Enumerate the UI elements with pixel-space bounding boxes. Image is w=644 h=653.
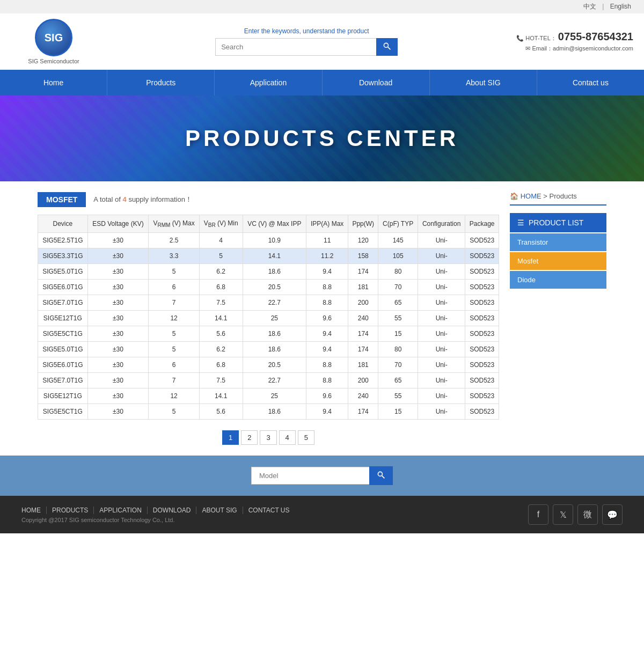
col-esd: ESD Voltage (KV) xyxy=(87,215,149,233)
table-header-row: Device ESD Voltage (KV) VRMM (V) Max VBR… xyxy=(38,215,499,233)
product-list-header: ☰ PRODUCT LIST xyxy=(510,213,606,232)
nav-about[interactable]: About SIG xyxy=(430,70,537,96)
lang-cn[interactable]: 中文 xyxy=(583,3,596,10)
logo-icon[interactable]: SIG xyxy=(35,19,72,56)
svg-line-3 xyxy=(382,476,385,479)
footer-nav-contact-us[interactable]: CONTACT US xyxy=(243,507,295,514)
sidebar-item-mosfet[interactable]: Mosfet xyxy=(510,252,606,270)
col-vc: VC (V) @ Max IPP xyxy=(243,215,306,233)
table-row[interactable]: SIG5E7.0T1G±3077.522.78.820065Uni-SOD523 xyxy=(38,295,499,311)
supply-suffix: supply information！ xyxy=(127,195,192,203)
table-row[interactable]: SIG5E5CT1G±3055.618.69.417415Uni-SOD523 xyxy=(38,404,499,420)
footer: HOMEPRODUCTSAPPLICATIONDOWNLOADABOUT SIG… xyxy=(0,496,644,533)
col-vbr: VBR (V) Min xyxy=(199,215,243,233)
nav-products[interactable]: Products xyxy=(107,70,215,96)
footer-nav-about-sig[interactable]: ABOUT SIG xyxy=(196,507,243,514)
weibo-icon[interactable]: 微 xyxy=(577,504,598,525)
col-vrmm: VRMM (V) Max xyxy=(149,215,200,233)
footer-search-button[interactable] xyxy=(369,466,393,485)
main-nav: Home Products Application Download About… xyxy=(0,70,644,96)
table-row[interactable]: SIG5E7.0T1G±3077.522.78.820065Uni-SOD523 xyxy=(38,373,499,388)
svg-line-1 xyxy=(388,47,391,50)
col-cpf: C(pF) TYP xyxy=(378,215,418,233)
col-config: Configuration xyxy=(418,215,465,233)
copyright: Copyright @2017 SIG semiconductor Techno… xyxy=(21,517,295,523)
search-input[interactable] xyxy=(215,38,376,56)
wechat-icon[interactable]: 💬 xyxy=(602,504,623,525)
logo-area: SIG SIG Semiconductor xyxy=(11,19,97,64)
sidebar-item-diode[interactable]: Diode xyxy=(510,271,606,289)
section-header: MOSFET A total of 4 supply information！ xyxy=(38,192,499,207)
breadcrumb-current: Products xyxy=(549,192,576,200)
footer-links: HOMEPRODUCTSAPPLICATIONDOWNLOADABOUT SIG… xyxy=(21,507,295,523)
email-icon: ✉ xyxy=(525,45,530,52)
nav-contact[interactable]: Contact us xyxy=(537,70,644,96)
top-bar: 中文 | English xyxy=(0,0,644,13)
product-list-label: PRODUCT LIST xyxy=(529,218,583,227)
phone-icon: 📞 xyxy=(516,35,524,41)
table-row[interactable]: SIG5E6.0T1G±3066.820.58.818170Uni-SOD523 xyxy=(38,357,499,373)
page-5[interactable]: 5 xyxy=(298,430,314,445)
lang-sep: | xyxy=(602,3,604,10)
home-icon: 🏠 xyxy=(510,192,518,200)
footer-search-input[interactable] xyxy=(251,467,369,485)
sidebar-item-transistor[interactable]: Transistor xyxy=(510,233,606,251)
hero-banner: PRODUCTS CENTER xyxy=(0,96,644,181)
supply-count: 4 xyxy=(123,195,127,203)
col-package: Package xyxy=(465,215,499,233)
col-device: Device xyxy=(38,215,88,233)
footer-nav-home[interactable]: HOME xyxy=(21,507,47,514)
sidebar: 🏠 HOME > Products ☰ PRODUCT LIST Transis… xyxy=(510,192,606,445)
nav-home[interactable]: Home xyxy=(0,70,107,96)
table-row[interactable]: SIG5E3.3T1G±303.3514.111.2158105Uni-SOD5… xyxy=(38,248,499,264)
hotline: 📞 HOT-TEL： 0755-87654321 xyxy=(516,31,633,43)
hotline-label: HOT-TEL： xyxy=(525,35,556,41)
hotline-number: 0755-87654321 xyxy=(558,31,633,42)
table-row[interactable]: SIG5E2.5T1G±302.5410.911120145Uni-SOD523 xyxy=(38,233,499,248)
footer-nav-products[interactable]: PRODUCTS xyxy=(47,507,94,514)
page-1[interactable]: 1 xyxy=(222,430,239,445)
table-row[interactable]: SIG5E6.0T1G±3066.820.58.818170Uni-SOD523 xyxy=(38,280,499,295)
footer-nav-application[interactable]: APPLICATION xyxy=(94,507,147,514)
svg-point-2 xyxy=(378,472,382,476)
nav-application[interactable]: Application xyxy=(215,70,322,96)
logo-subtitle: SIG Semiconductor xyxy=(28,58,79,64)
social-icons: f𝕏微💬 xyxy=(528,504,623,525)
search-row xyxy=(215,38,398,56)
twitter-icon[interactable]: 𝕏 xyxy=(553,504,573,525)
page-3[interactable]: 3 xyxy=(260,430,276,445)
facebook-icon[interactable]: f xyxy=(528,504,548,525)
sidebar-items: TransistorMosfetDiode xyxy=(510,233,606,289)
search-hint: Enter the keywords, understand the produ… xyxy=(244,27,369,35)
table-row[interactable]: SIG5E5.0T1G±3056.218.69.417480Uni-SOD523 xyxy=(38,264,499,280)
breadcrumb-sep: > xyxy=(543,192,547,200)
table-row[interactable]: SIG5E12T1G±301214.1259.624055Uni-SOD523 xyxy=(38,388,499,404)
breadcrumb: 🏠 HOME > Products xyxy=(510,192,606,206)
pagination: 1 2 3 4 5 xyxy=(38,430,499,445)
supply-text: A total of xyxy=(93,195,122,203)
main-content: MOSFET A total of 4 supply information！ … xyxy=(27,181,617,456)
search-area: Enter the keywords, understand the produ… xyxy=(97,27,516,56)
page-4[interactable]: 4 xyxy=(279,430,296,445)
nav-download[interactable]: Download xyxy=(323,70,430,96)
svg-point-0 xyxy=(384,43,389,47)
breadcrumb-home[interactable]: HOME xyxy=(521,192,541,200)
supply-info: A total of 4 supply information！ xyxy=(93,195,192,204)
footer-nav: HOMEPRODUCTSAPPLICATIONDOWNLOADABOUT SIG… xyxy=(21,507,295,514)
product-table: Device ESD Voltage (KV) VRMM (V) Max VBR… xyxy=(38,215,499,420)
contact-area: 📞 HOT-TEL： 0755-87654321 ✉ Email：admin@s… xyxy=(516,31,633,53)
page-2[interactable]: 2 xyxy=(241,430,258,445)
product-content: MOSFET A total of 4 supply information！ … xyxy=(38,192,499,445)
col-ppp: Ppp(W) xyxy=(348,215,378,233)
col-ipp: IPP(A) Max xyxy=(306,215,348,233)
email-text: Email：admin@sigsemiconductor.com xyxy=(532,45,633,52)
table-row[interactable]: SIG5E12T1G±301214.1259.624055Uni-SOD523 xyxy=(38,311,499,326)
category-badge: MOSFET xyxy=(38,192,86,207)
header: SIG SIG Semiconductor Enter the keywords… xyxy=(0,13,644,70)
lang-en[interactable]: English xyxy=(610,3,631,10)
table-row[interactable]: SIG5E5CT1G±3055.618.69.417415Uni-SOD523 xyxy=(38,326,499,342)
search-button[interactable] xyxy=(376,38,398,56)
footer-nav-download[interactable]: DOWNLOAD xyxy=(148,507,197,514)
footer-search-bar xyxy=(0,456,644,496)
table-row[interactable]: SIG5E5.0T1G±3056.218.69.417480Uni-SOD523 xyxy=(38,342,499,357)
